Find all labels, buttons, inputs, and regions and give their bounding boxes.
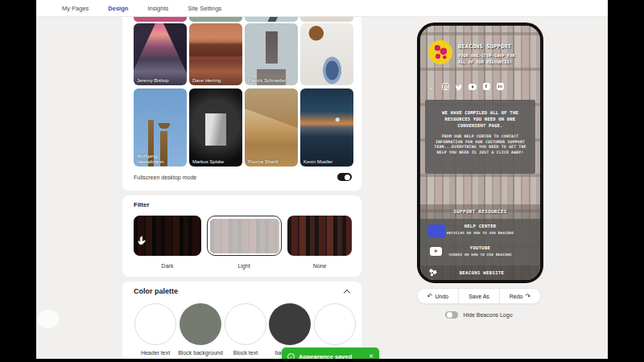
white-artifact-shape [38, 310, 59, 328]
intro-paragraph-2: FROM OUR HELP CENTER TO CONTACT INFORMAT… [433, 134, 527, 155]
help-center-link[interactable]: HELP CENTER ARTICLES ON HOW TO USE BEACO… [420, 224, 540, 235]
nav-design[interactable]: Design [98, 5, 138, 12]
top-nav: My Pages Design Insights Site Settings [36, 0, 608, 17]
beacons-logo [428, 268, 438, 278]
swatch-label: Header text [131, 349, 180, 356]
fullscreen-desktop-mode-label: Fullscreen desktop mode [134, 175, 196, 180]
hide-beacons-logo-row: Hide Beacons Logo [417, 311, 541, 319]
swatch-block-text[interactable] [225, 303, 266, 345]
swatch-button-text[interactable] [314, 303, 356, 345]
youtube-link[interactable]: YOUTUBE VIDEOS ON HOW TO USE BEACONS [420, 245, 540, 257]
social-icons-row: ♪ f in [427, 82, 504, 91]
beacons-avatar [428, 40, 452, 64]
swatch-label: Block text [221, 349, 270, 356]
background-thumbnail-film-box[interactable]: Markus Spiske [189, 88, 242, 167]
history-button-bar: ↶ Undo Save As Redo ↷ [417, 288, 541, 304]
phone-preview: BEACONS SUPPORT YOUR ONE-STOP-SHOP FOR A… [417, 23, 543, 283]
background-thumbnail-teacup[interactable] [300, 23, 353, 85]
filter-label-light: Light [220, 263, 268, 269]
beacons-website-label: BEACONS WEBSITE [438, 270, 526, 275]
undo-button[interactable]: ↶ Undo [418, 289, 458, 303]
swatch-label: Block background [176, 349, 225, 356]
swatch-block-background[interactable] [180, 303, 221, 345]
filter-label-dark: Dark [143, 263, 192, 269]
nav-my-pages[interactable]: My Pages [52, 5, 98, 12]
redo-label: Redo [510, 294, 523, 299]
undo-icon: ↶ [427, 293, 433, 300]
photo-credit: Kevin Mueller [303, 159, 352, 165]
photo-credit: Markus Spiske [192, 159, 241, 165]
hide-beacons-logo-label: Hide Beacons Logo [463, 312, 512, 318]
facebook-icon[interactable]: f [482, 82, 490, 91]
filter-panel: Filter Dark Light None [122, 195, 361, 277]
preview-tagline-line1: YOUR ONE-STOP-SHOP FOR [458, 53, 540, 58]
linkedin-icon[interactable]: in [496, 82, 504, 91]
beacons-app-window: My Pages Design Insights Site Settings J… [36, 0, 608, 359]
nav-insights[interactable]: Insights [138, 5, 178, 12]
youtube-play-icon [430, 247, 442, 256]
check-icon: ✓ [287, 353, 295, 360]
beacons-website-link[interactable]: BEACONS WEBSITE [420, 265, 540, 280]
cursor-pointer-icon [137, 236, 147, 246]
background-thumbnail-tower[interactable]: Patrick Schneider [245, 23, 298, 85]
toggle-knob [447, 312, 452, 318]
intro-paragraph-1: WE HAVE COMPILED ALL OF THE RESOURCES YO… [433, 109, 527, 129]
photo-credit: Wolfgang Hasselmann [137, 154, 185, 165]
filter-title: Filter [134, 201, 150, 208]
twitter-icon[interactable] [455, 82, 463, 91]
color-palette-title: Color palette [134, 287, 178, 295]
instagram-icon[interactable] [441, 82, 449, 91]
preview-tagline-line2: ALL OF OUR RESOURCES! [458, 60, 540, 64]
background-thumbnail-dune[interactable]: Pourya Sharifi [245, 88, 298, 167]
save-as-label: Save As [469, 294, 489, 299]
background-thumbnail-giraffes[interactable]: Wolfgang Hasselmann [134, 88, 187, 167]
filter-option-light-selected[interactable] [207, 216, 282, 256]
background-thumbnail-mountain-sunset[interactable]: Jeremy Bishop [134, 23, 187, 85]
chevron-up-icon[interactable] [345, 289, 350, 294]
fullscreen-desktop-mode-row: Fullscreen desktop mode [134, 173, 352, 181]
nav-site-settings[interactable]: Site Settings [178, 5, 231, 12]
appearance-saved-toast: ✓ Appearance saved ✕ [282, 348, 379, 359]
intro-text-block: WE HAVE COMPILED ALL OF THE RESOURCES YO… [425, 100, 535, 174]
filter-preview-none [287, 216, 352, 256]
fullscreen-desktop-mode-toggle[interactable] [337, 173, 352, 181]
save-as-button[interactable]: Save As [458, 289, 499, 303]
background-images-panel: Jeremy Bishop Dave Herring Patrick Schne… [122, 10, 361, 191]
filter-preview-light [210, 219, 279, 253]
redo-icon: ↷ [526, 293, 531, 300]
support-resources-heading: SUPPORT RESOURCES [420, 208, 540, 214]
photo-credit: Jeremy Bishop [137, 78, 185, 84]
help-center-icon [428, 224, 445, 237]
filter-option-none[interactable] [287, 216, 352, 256]
filter-label-none: None [295, 263, 344, 269]
resource-links-block: HELP CENTER ARTICLES ON HOW TO USE BEACO… [420, 219, 540, 265]
tiktok-icon[interactable]: ♪ [427, 82, 436, 91]
photo-credit: Patrick Schneider [248, 78, 296, 84]
photo-credit: Pourya Sharifi [248, 159, 296, 165]
toggle-knob [345, 175, 350, 180]
background-thumbnail-desert[interactable]: Dave Herring [189, 23, 242, 85]
hide-beacons-logo-toggle[interactable] [445, 311, 458, 319]
photo-credit: Dave Herring [192, 78, 241, 84]
toast-message: Appearance saved [299, 353, 365, 360]
swatch-header-text[interactable] [134, 303, 176, 345]
close-icon[interactable]: ✕ [369, 353, 374, 359]
swatch-button-background[interactable] [269, 303, 311, 345]
redo-button[interactable]: Redo ↷ [499, 289, 540, 303]
background-thumbnail-lake[interactable]: Kevin Mueller [300, 88, 353, 167]
preview-page-title: BEACONS SUPPORT [458, 43, 539, 50]
screen: My Pages Design Insights Site Settings J… [0, 0, 644, 362]
youtube-icon[interactable] [469, 82, 477, 91]
undo-label: Undo [435, 294, 448, 299]
